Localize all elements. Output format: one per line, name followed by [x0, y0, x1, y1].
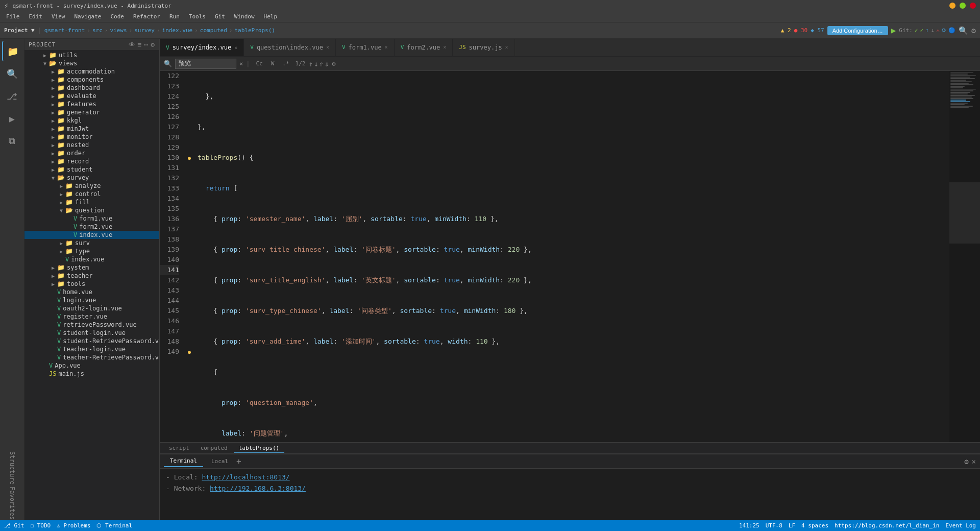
- tab-form1[interactable]: V form1.vue ×: [336, 39, 395, 56]
- menu-help[interactable]: Help: [260, 12, 282, 21]
- sidebar-item-type[interactable]: ▶ 📁 type: [24, 247, 159, 255]
- tab-close-survey-js[interactable]: ×: [505, 44, 508, 50]
- breadcrumb-part-1[interactable]: qsmart-front: [44, 27, 85, 34]
- sidebar-item-form2[interactable]: ▶ V form2.vue: [24, 223, 159, 231]
- menu-view[interactable]: View: [47, 12, 69, 21]
- search-wrap-up[interactable]: ⇑: [319, 60, 323, 68]
- sidebar-icon-more[interactable]: ⋯: [144, 41, 149, 49]
- tab-survey-js[interactable]: JS survey.js ×: [453, 39, 514, 56]
- sidebar-item-monitor[interactable]: ▶ 📁 monitor: [24, 133, 159, 141]
- sidebar-item-control[interactable]: ▶ 📁 control: [24, 190, 159, 198]
- sidebar-item-survey-index[interactable]: ▶ V index.vue: [24, 255, 159, 263]
- status-line-col[interactable]: 141:25: [739, 522, 760, 529]
- breadcrumb-part-6[interactable]: computed: [200, 27, 227, 34]
- sidebar-item-kkgl[interactable]: ▶ 📁 kkgl: [24, 116, 159, 125]
- menu-window[interactable]: Window: [230, 12, 259, 21]
- menu-file[interactable]: File: [2, 12, 24, 21]
- sidebar-item-register[interactable]: ▶ V register.vue: [24, 312, 159, 321]
- bottom-tab-script[interactable]: script: [164, 444, 194, 452]
- sidebar-item-home[interactable]: ▶ V home.vue: [24, 288, 159, 296]
- status-problems[interactable]: ⚠ Problems: [57, 522, 90, 529]
- status-terminal[interactable]: ⬡ Terminal: [96, 522, 132, 529]
- sidebar-item-minjwt[interactable]: ▶ 📁 minJwt: [24, 125, 159, 133]
- term-tab-local[interactable]: Local: [205, 456, 234, 467]
- close-button[interactable]: [970, 3, 976, 9]
- sidebar-item-evaluate[interactable]: ▶ 📁 evaluate: [24, 92, 159, 100]
- sidebar-item-views[interactable]: ▼ 📂 views: [24, 59, 159, 67]
- search-opt-regex[interactable]: .*: [279, 59, 292, 68]
- run-button[interactable]: ▶: [891, 26, 896, 35]
- error-count[interactable]: ● 30: [794, 27, 808, 34]
- menu-refactor[interactable]: Refactor: [129, 12, 164, 21]
- info-count[interactable]: ◆ 57: [811, 27, 824, 34]
- sidebar-item-login[interactable]: ▶ V login.vue: [24, 296, 159, 304]
- search-prev[interactable]: ↑: [308, 60, 312, 68]
- minimize-button[interactable]: [949, 3, 955, 9]
- structure-icon[interactable]: Structure: [8, 451, 16, 485]
- search-filter[interactable]: ⚙: [332, 60, 335, 67]
- add-configuration-button[interactable]: Add Configuration…: [827, 26, 888, 35]
- git-icon-5[interactable]: 🔵: [948, 27, 955, 34]
- sidebar-item-record[interactable]: ▶ 📁 record: [24, 157, 159, 165]
- sidebar-item-teacher-retrieve[interactable]: ▶ V teacher-RetrievePassword.vue: [24, 353, 159, 361]
- sidebar-item-student-login[interactable]: ▶ V student-login.vue: [24, 329, 159, 337]
- search-wrap-down[interactable]: ⇓: [325, 60, 329, 68]
- git-icon-3[interactable]: ⚠: [936, 27, 940, 34]
- git-check[interactable]: ✓: [915, 27, 918, 34]
- status-git[interactable]: ⎇ Git: [4, 522, 24, 529]
- bottom-tab-computed[interactable]: computed: [195, 444, 233, 452]
- sidebar-item-nested[interactable]: ▶ 📁 nested: [24, 141, 159, 149]
- breadcrumb-part-4[interactable]: survey: [134, 27, 155, 34]
- sidebar-item-index-vue[interactable]: ▶ V index.vue: [24, 231, 159, 239]
- breadcrumb-part-5[interactable]: index.vue: [162, 27, 193, 34]
- breadcrumb-part-2[interactable]: src: [92, 27, 103, 34]
- sidebar-item-teacher-login[interactable]: ▶ V teacher-login.vue: [24, 345, 159, 353]
- status-encoding[interactable]: UTF-8: [766, 522, 782, 529]
- warning-count[interactable]: ▲ 2: [781, 27, 791, 34]
- term-tab-terminal[interactable]: Terminal: [164, 456, 203, 467]
- sidebar-item-dashboard[interactable]: ▶ 📁 dashboard: [24, 84, 159, 92]
- sidebar-item-teacher[interactable]: ▶ 📁 teacher: [24, 272, 159, 280]
- favorites-icon[interactable]: Favorites: [8, 487, 16, 520]
- sidebar-item-oauth2[interactable]: ▶ V oauth2-login.vue: [24, 304, 159, 312]
- sidebar-item-question[interactable]: ▼ 📂 question: [24, 206, 159, 214]
- sidebar-item-form1[interactable]: ▶ V form1.vue: [24, 214, 159, 223]
- term-add-tab[interactable]: +: [236, 456, 241, 466]
- term-network-url[interactable]: http://192.168.6.3:8013/: [210, 485, 306, 492]
- sidebar-item-accommodation[interactable]: ▶ 📁 accommodation: [24, 67, 159, 76]
- code-editor[interactable]: 122 123 124 125 126 127 128 129 130 131 …: [160, 71, 980, 442]
- search-opt-word[interactable]: W: [268, 59, 278, 68]
- terminal-settings-icon[interactable]: ⚙: [964, 457, 968, 466]
- code-content[interactable]: }, }, tableProps() { return [ { prop: 's…: [193, 71, 949, 442]
- sidebar-item-system[interactable]: ▶ 📁 system: [24, 263, 159, 272]
- tab-question-index[interactable]: V question\index.vue ×: [244, 39, 336, 56]
- tab-close-question[interactable]: ×: [326, 44, 329, 50]
- sidebar-item-features[interactable]: ▶ 📁 features: [24, 100, 159, 108]
- sidebar-item-utils[interactable]: ▶ 📁 utils: [24, 51, 159, 59]
- sidebar-item-surv[interactable]: ▶ 📁 surv: [24, 239, 159, 247]
- search-opt-case[interactable]: Cc: [253, 59, 265, 68]
- sidebar-item-student-retrieve[interactable]: ▶ V student-RetrievePassword.vue: [24, 337, 159, 345]
- settings-icon[interactable]: ⚙: [971, 26, 976, 35]
- sidebar-item-app[interactable]: ▶ V App.vue: [24, 361, 159, 370]
- bottom-tab-tableprops[interactable]: tableProps(): [234, 444, 284, 453]
- menu-tools[interactable]: Tools: [185, 12, 210, 21]
- sidebar-item-components[interactable]: ▶ 📁 components: [24, 76, 159, 84]
- git-check2[interactable]: ✓: [920, 27, 923, 34]
- run-activity-icon[interactable]: ▶: [2, 108, 22, 129]
- window-controls[interactable]: [949, 3, 976, 9]
- breadcrumb-part-7[interactable]: tableProps(): [234, 27, 275, 34]
- sidebar-icon-collapse[interactable]: ≡: [138, 41, 142, 49]
- sidebar-item-analyze[interactable]: ▶ 📁 analyze: [24, 182, 159, 190]
- sidebar-icon-hide[interactable]: 👁: [129, 41, 136, 49]
- tab-form2[interactable]: V form2.vue ×: [395, 39, 453, 56]
- git-icon-2[interactable]: ↓: [931, 27, 935, 34]
- search-input[interactable]: [175, 59, 236, 69]
- status-line-ending[interactable]: LF: [789, 522, 795, 529]
- status-spaces[interactable]: 4 spaces: [801, 522, 828, 529]
- git-activity-icon[interactable]: ⎇: [2, 86, 22, 106]
- menu-run[interactable]: Run: [165, 12, 184, 21]
- search-activity-icon[interactable]: 🔍: [2, 63, 22, 84]
- sidebar-item-retrieve-pw[interactable]: ▶ V retrievePassword.vue: [24, 321, 159, 329]
- sidebar-item-fill[interactable]: ▶ 📁 fill: [24, 198, 159, 206]
